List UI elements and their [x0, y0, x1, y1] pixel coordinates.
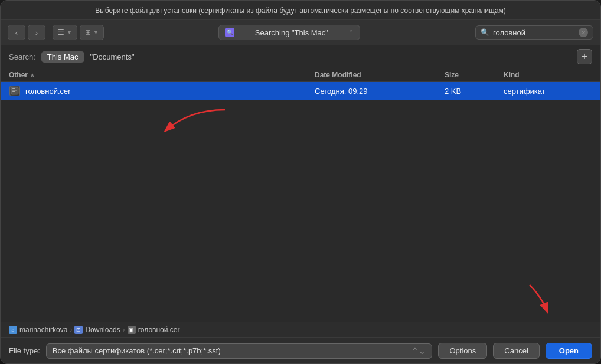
list-icon: ☰	[58, 28, 64, 37]
options-button[interactable]: Options	[438, 343, 487, 359]
path-cert-icon: ▣	[128, 326, 136, 334]
toolbar: ‹ › ☰ ▼ ⊞ ▼ 🔍 Searching "This Mac" ⌃ 🔍 ✕	[1, 20, 600, 45]
path-home-label: marinachirkova	[19, 326, 67, 334]
open-button[interactable]: Open	[546, 343, 592, 359]
path-sep-2: ›	[123, 326, 125, 334]
file-type-chevron-icon: ⌃⌄	[411, 346, 426, 356]
scope-documents-text[interactable]: "Documents"	[90, 53, 135, 61]
search-scope-label: Search:	[9, 53, 35, 61]
col-other: Other ∧	[9, 71, 315, 79]
col-date-label: Date Modified	[315, 71, 361, 79]
col-size-label: Size	[445, 71, 459, 79]
file-size: 2 KB	[445, 87, 504, 96]
table-row[interactable]: головной.cer Сегодня, 09:29 2 KB сертифи…	[1, 82, 600, 100]
file-open-dialog: Выберите файл для установки (сертификаты…	[0, 0, 601, 364]
file-kind: сертификат	[504, 87, 592, 96]
cert-icon	[9, 86, 20, 96]
location-icon: 🔍	[225, 28, 234, 37]
nav-buttons: ‹ ›	[8, 25, 45, 40]
col-sort-icon: ∧	[30, 72, 34, 78]
bottom-buttons: Options Cancel Open	[438, 343, 592, 359]
grid-view-button[interactable]: ⊞ ▼	[80, 25, 104, 40]
bottom-controls: File type: Все файлы сертификатов (*.cer…	[1, 337, 600, 363]
col-other-label: Other	[9, 71, 28, 79]
path-file-label: головной.cer	[138, 326, 180, 334]
location-chevron-icon: ⌃	[348, 29, 354, 37]
list-view-chevron: ▼	[67, 29, 72, 35]
grid-icon: ⊞	[85, 28, 91, 37]
search-input[interactable]	[493, 28, 575, 37]
info-bar: Выберите файл для установки (сертификаты…	[1, 1, 600, 20]
grid-view-chevron: ▼	[93, 29, 99, 35]
home-folder-icon: ⌂	[9, 326, 17, 334]
path-item-downloads: ⊡ Downloads	[74, 326, 120, 334]
forward-button[interactable]: ›	[28, 25, 45, 40]
col-kind: Kind	[504, 71, 592, 79]
main-content: Other ∧ Date Modified Size Kind	[1, 68, 600, 322]
col-date: Date Modified	[315, 71, 445, 79]
path-item-home: ⌂ marinachirkova	[9, 326, 67, 334]
file-icon	[9, 85, 21, 97]
file-type-selector[interactable]: Все файлы сертификатов (*.cer;*.crt;*.p7…	[46, 343, 433, 359]
location-selector[interactable]: 🔍 Searching "This Mac" ⌃	[218, 25, 360, 40]
column-headers: Other ∧ Date Modified Size Kind	[1, 68, 600, 82]
svg-rect-0	[11, 87, 18, 94]
search-scope-bar: Search: This Mac "Documents" +	[1, 45, 600, 68]
view-buttons: ☰ ▼ ⊞ ▼	[53, 25, 104, 40]
file-name-cell: головной.cer	[9, 85, 315, 97]
downloads-folder-icon: ⊡	[74, 326, 83, 334]
file-type-value: Все файлы сертификатов (*.cer;*.crt;*.p7…	[53, 346, 221, 355]
svg-rect-3	[12, 91, 15, 92]
file-name: головной.cer	[25, 87, 71, 96]
back-button[interactable]: ‹	[8, 25, 25, 40]
location-text: Searching "This Mac"	[238, 28, 345, 37]
svg-rect-1	[12, 88, 15, 89]
search-bar: 🔍 ✕	[475, 25, 593, 40]
location-bar: 🔍 Searching "This Mac" ⌃	[109, 25, 471, 40]
svg-rect-2	[12, 90, 17, 91]
list-view-button[interactable]: ☰ ▼	[53, 25, 77, 40]
path-sep-1: ›	[70, 326, 72, 334]
search-clear-button[interactable]: ✕	[579, 28, 588, 37]
path-downloads-label: Downloads	[85, 326, 120, 334]
file-date: Сегодня, 09:29	[315, 87, 445, 96]
col-kind-label: Kind	[504, 71, 520, 79]
cancel-button[interactable]: Cancel	[493, 343, 539, 359]
path-item-file: ▣ головной.cer	[128, 326, 180, 334]
scope-this-mac-button[interactable]: This Mac	[41, 51, 84, 63]
col-size: Size	[445, 71, 504, 79]
search-icon: 🔍	[481, 28, 489, 37]
file-list: головной.cer Сегодня, 09:29 2 KB сертифи…	[1, 82, 600, 322]
info-bar-text: Выберите файл для установки (сертификаты…	[95, 6, 506, 15]
file-type-label: File type:	[9, 346, 40, 355]
path-bar: ⌂ marinachirkova › ⊡ Downloads › ▣ голов…	[1, 322, 600, 337]
add-location-button[interactable]: +	[577, 49, 592, 64]
